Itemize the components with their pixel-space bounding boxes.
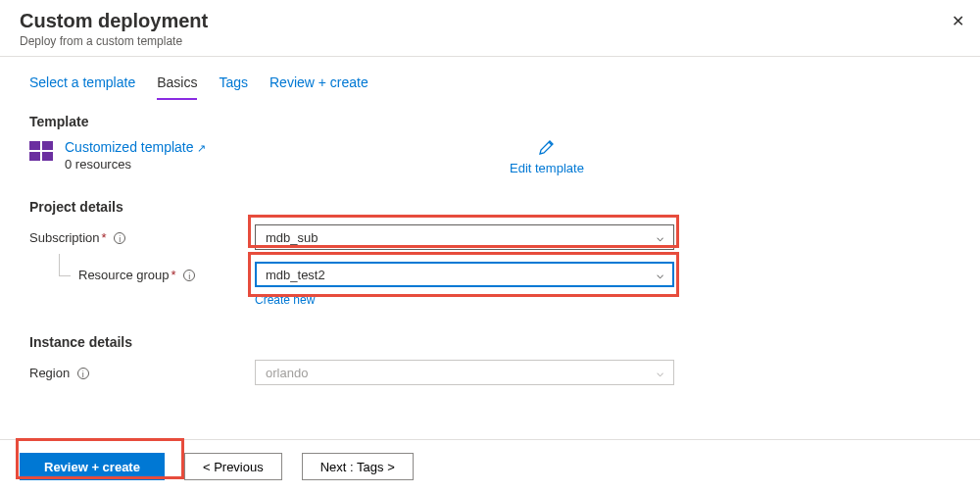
resource-group-label: Resource group* i	[29, 268, 255, 282]
template-icon	[29, 141, 53, 161]
resource-group-value: mdb_test2	[266, 268, 325, 282]
project-heading: Project details	[29, 199, 951, 215]
chevron-down-icon: ⌵	[657, 268, 663, 281]
previous-button[interactable]: < Previous	[184, 453, 282, 480]
edit-template-block[interactable]: Edit template	[510, 137, 584, 175]
resource-group-row: Resource group* i mdb_test2 ⌵	[29, 262, 951, 287]
pencil-icon	[537, 137, 557, 157]
create-new-link[interactable]: Create new	[255, 293, 951, 307]
subscription-label: Subscription* i	[29, 230, 255, 245]
info-icon[interactable]: i	[114, 232, 125, 244]
page-subtitle: Deploy from a custom template	[20, 34, 960, 48]
tab-select-template[interactable]: Select a template	[29, 74, 135, 100]
review-create-button[interactable]: Review + create	[20, 453, 165, 480]
subscription-select[interactable]: mdb_sub ⌵	[255, 224, 674, 250]
resource-group-select[interactable]: mdb_test2 ⌵	[255, 262, 674, 287]
subscription-row: Subscription* i mdb_sub ⌵	[29, 224, 951, 250]
chevron-down-icon: ⌵	[657, 366, 663, 379]
info-icon[interactable]: i	[77, 368, 89, 379]
next-button[interactable]: Next : Tags >	[302, 453, 414, 480]
external-link-icon: ↗	[197, 142, 206, 154]
chevron-down-icon: ⌵	[657, 230, 663, 244]
info-icon[interactable]: i	[183, 270, 195, 281]
template-row: Customized template↗ 0 resources	[29, 139, 951, 172]
edit-template-label: Edit template	[510, 161, 584, 175]
region-row: Region i orlando ⌵	[29, 360, 951, 385]
customized-template-link[interactable]: Customized template↗	[65, 139, 206, 155]
tab-basics[interactable]: Basics	[157, 74, 197, 100]
subscription-value: mdb_sub	[266, 230, 318, 245]
region-label: Region i	[29, 366, 255, 380]
tab-review-create[interactable]: Review + create	[270, 74, 368, 100]
footer-bar: Review + create < Previous Next : Tags >	[0, 439, 980, 493]
tab-tags[interactable]: Tags	[219, 74, 248, 100]
template-resources: 0 resources	[65, 157, 206, 172]
close-icon[interactable]: ✕	[952, 12, 964, 30]
region-value: orlando	[266, 366, 308, 380]
template-heading: Template	[29, 114, 951, 129]
instance-heading: Instance details	[29, 334, 951, 350]
tab-bar: Select a template Basics Tags Review + c…	[0, 57, 980, 100]
region-select: orlando ⌵	[255, 360, 674, 385]
page-header: Custom deployment Deploy from a custom t…	[0, 0, 980, 57]
page-title: Custom deployment	[20, 10, 960, 32]
